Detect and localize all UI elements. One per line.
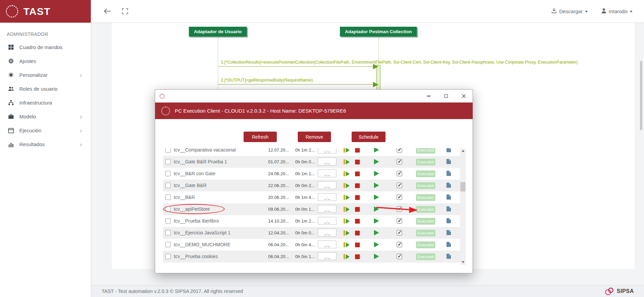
sidebar-item-infraestructura[interactable]: Infraestructura: [0, 96, 91, 110]
scroll-up-button[interactable]: [460, 148, 466, 154]
play-icon[interactable]: [374, 171, 379, 176]
play-icon[interactable]: [374, 206, 379, 212]
table-scrollbar[interactable]: [460, 148, 466, 265]
maximize-button[interactable]: [437, 90, 455, 102]
close-button[interactable]: [455, 90, 473, 102]
row-checkbox[interactable]: [165, 159, 171, 164]
play-icon[interactable]: [374, 230, 379, 235]
report-icon[interactable]: [446, 206, 451, 213]
sidebar-item-ejecucion[interactable]: Ejecución ›: [0, 123, 91, 137]
run-step-icon[interactable]: [344, 254, 350, 259]
play-icon[interactable]: [374, 183, 379, 188]
report-icon[interactable]: [446, 253, 451, 260]
table-row[interactable]: tcv__Gate B&R Prueba 1 01.07.20... 0h 0m…: [163, 156, 460, 168]
row-checkbox[interactable]: [165, 206, 171, 212]
table-row[interactable]: tcv__Prueba Iberlibro 14.10.20... 0h 1m …: [163, 215, 460, 227]
row-checkbox[interactable]: [165, 171, 171, 176]
page-scrollbar-thumb[interactable]: [640, 61, 642, 130]
row-param-input[interactable]: [318, 148, 336, 154]
monitor-checkbox[interactable]: [397, 206, 402, 212]
report-icon[interactable]: [446, 242, 451, 249]
refresh-button[interactable]: Refresh: [244, 132, 277, 142]
schedule-button[interactable]: Schedule: [352, 132, 386, 142]
fullscreen-button[interactable]: [122, 8, 128, 14]
row-param-input[interactable]: [318, 229, 336, 236]
monitor-checkbox[interactable]: [397, 242, 402, 247]
sidebar-item-resultados[interactable]: Resultados ›: [0, 137, 91, 151]
table-row[interactable]: tcv__Gate B&R 22.06.20... 0h 0m 2... Exe…: [163, 180, 460, 191]
monitor-checkbox[interactable]: [397, 230, 402, 235]
monitor-checkbox[interactable]: [397, 254, 402, 259]
window-titlebar[interactable]: [155, 90, 473, 102]
run-step-icon[interactable]: [344, 230, 350, 235]
sidebar-item-ajustes[interactable]: Ajustes: [0, 54, 91, 68]
report-icon[interactable]: [446, 170, 451, 178]
table-row[interactable]: tcv__DEMO_MUCHMORE 06.04.20... 0h 0m 4..…: [163, 239, 460, 251]
run-step-icon[interactable]: [344, 207, 350, 212]
user-menu[interactable]: mtarodo: [601, 8, 632, 15]
stop-icon[interactable]: [355, 172, 360, 176]
stop-icon[interactable]: [355, 207, 360, 212]
row-checkbox[interactable]: [165, 183, 171, 188]
table-row[interactable]: tcv__apiPetStore 09.06.20... 0h 0m 1... …: [163, 203, 460, 215]
row-checkbox[interactable]: [165, 254, 171, 259]
stop-icon[interactable]: [355, 195, 360, 200]
monitor-checkbox[interactable]: [397, 183, 402, 188]
stop-icon[interactable]: [355, 183, 360, 188]
report-icon[interactable]: [446, 194, 451, 201]
play-icon[interactable]: [374, 242, 379, 247]
row-param-input[interactable]: [318, 241, 336, 248]
monitor-checkbox[interactable]: [397, 195, 402, 200]
monitor-checkbox[interactable]: [397, 148, 402, 153]
report-icon[interactable]: [446, 182, 451, 189]
brand-header[interactable]: TAST: [0, 0, 91, 23]
report-icon[interactable]: [446, 148, 451, 154]
table-row[interactable]: tcv__Comparativa vacacional 12.07.20... …: [163, 148, 460, 156]
stop-icon[interactable]: [355, 231, 360, 235]
stop-icon[interactable]: [355, 160, 360, 164]
stop-icon[interactable]: [355, 243, 360, 247]
row-checkbox[interactable]: [165, 230, 171, 235]
monitor-checkbox[interactable]: [397, 159, 402, 164]
sidebar-item-roles-de-usuario[interactable]: Roles de usuario: [0, 82, 91, 96]
table-row[interactable]: tcv__Prueba cookies 06.04.20... 0h 0m 1.…: [163, 251, 460, 262]
play-icon[interactable]: [374, 254, 379, 259]
remove-button[interactable]: Remove: [298, 132, 331, 142]
play-icon[interactable]: [374, 148, 379, 153]
play-icon[interactable]: [374, 159, 379, 164]
monitor-checkbox[interactable]: [397, 218, 402, 224]
sidebar-item-modelo[interactable]: Modelo ›: [0, 110, 91, 123]
row-param-input[interactable]: [318, 169, 336, 177]
sidebar-item-cuadro-de-mandos[interactable]: Cuadro de mandos: [0, 40, 91, 54]
stop-icon[interactable]: [355, 219, 360, 224]
report-icon[interactable]: [446, 218, 451, 225]
sidebar-item-personalizar[interactable]: Personalizar ›: [0, 68, 91, 82]
run-step-icon[interactable]: [344, 171, 350, 176]
run-step-icon[interactable]: [344, 219, 350, 224]
row-param-input[interactable]: [318, 217, 336, 225]
table-row[interactable]: tcv__Ejercicio JavaScript 1 12.04.20... …: [163, 227, 460, 239]
scrollbar-thumb[interactable]: [460, 182, 465, 191]
row-param-input[interactable]: [318, 181, 336, 189]
row-checkbox[interactable]: [165, 148, 171, 153]
run-step-icon[interactable]: [344, 159, 350, 164]
stop-icon[interactable]: [355, 148, 360, 153]
row-checkbox[interactable]: [165, 195, 171, 200]
run-step-icon[interactable]: [344, 195, 350, 200]
play-icon[interactable]: [374, 195, 379, 200]
report-icon[interactable]: [446, 159, 451, 166]
stop-icon[interactable]: [355, 254, 360, 259]
table-row[interactable]: tcv__B&R 20.06.20... 0h 1m 4... Executed: [163, 191, 460, 203]
play-icon[interactable]: [374, 218, 379, 224]
scroll-down-button[interactable]: [460, 259, 466, 265]
row-checkbox[interactable]: [165, 242, 171, 247]
row-param-input[interactable]: [318, 158, 336, 165]
run-step-icon[interactable]: [344, 148, 350, 153]
report-icon[interactable]: [446, 230, 451, 237]
monitor-checkbox[interactable]: [397, 171, 402, 176]
minimize-button[interactable]: [420, 90, 437, 102]
row-param-input[interactable]: [318, 252, 336, 260]
run-step-icon[interactable]: [344, 183, 350, 188]
table-row[interactable]: tcv__B&R con Gate 24.06.20... 0h 1m 1...…: [163, 168, 460, 180]
row-param-input[interactable]: [318, 193, 336, 201]
